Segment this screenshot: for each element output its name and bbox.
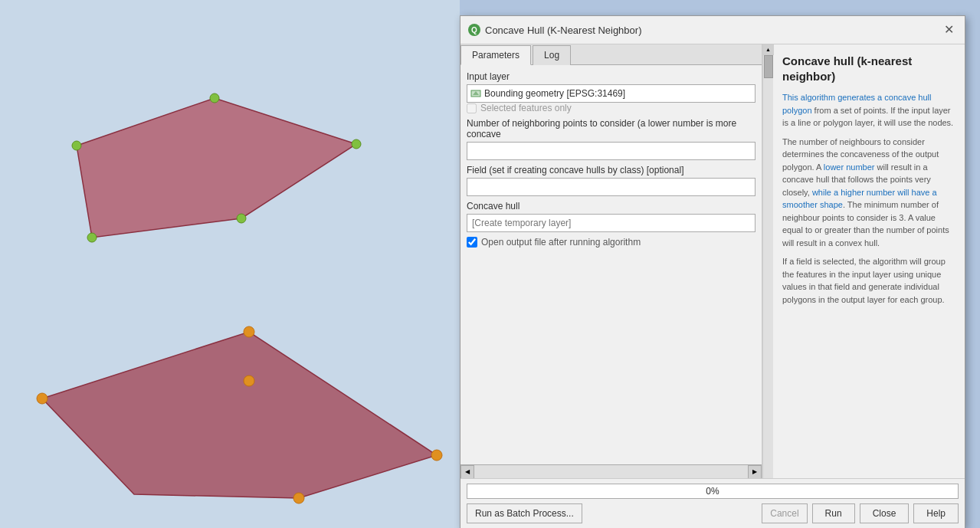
layer-icon [470, 88, 481, 99]
params-content: Input layer Bounding geometry [EPSG:3146… [461, 65, 762, 464]
open-output-label: Open output file after running algorithm [481, 237, 641, 248]
svg-point-11 [431, 450, 442, 461]
dialog-close-button[interactable]: ✕ [941, 22, 957, 38]
neighbors-input[interactable]: 3 [467, 142, 755, 160]
scrollbar-track [488, 467, 734, 477]
dialog-footer: 0% Run as Batch Process... Cancel Run Cl… [461, 478, 965, 528]
help-panel: Concave hull (k-nearest neighbor) This a… [773, 44, 965, 478]
dialog-body: Parameters Log Input layer Bounding geom… [461, 44, 965, 478]
input-layer-field[interactable]: Bounding geometry [EPSG:31469] [467, 84, 755, 103]
help-button[interactable]: Help [913, 503, 959, 523]
input-layer-value: Bounding geometry [EPSG:31469] [484, 88, 625, 99]
cancel-button[interactable]: Cancel [762, 503, 807, 523]
help-title: Concave hull (k-nearest neighbor) [782, 54, 955, 84]
selected-features-checkbox[interactable] [467, 103, 477, 113]
canvas-svg [0, 0, 460, 528]
scroll-left-btn[interactable]: ◀ [461, 465, 474, 479]
field-input[interactable]: abc class [467, 178, 755, 196]
scroll-right-btn[interactable]: ▶ [748, 465, 762, 479]
svg-point-12 [293, 493, 304, 503]
selected-features-row: Selected features only [467, 103, 755, 113]
run-button[interactable]: Run [812, 503, 855, 523]
open-output-checkbox[interactable] [467, 237, 477, 248]
svg-point-2 [72, 141, 81, 150]
qgis-icon: Q [468, 24, 480, 36]
svg-point-3 [210, 93, 219, 103]
scroll-track [763, 55, 774, 478]
horizontal-scrollbar: ◀ ▶ [461, 464, 762, 478]
svg-point-8 [244, 376, 254, 386]
dialog-title-left: Q Concave Hull (K-Nearest Neighbor) [468, 24, 641, 36]
help-para-2: The number of neighbours to consider det… [782, 136, 955, 250]
svg-point-6 [87, 233, 97, 242]
input-layer-label: Input layer [467, 71, 755, 82]
footer-right-buttons: Cancel Run Close Help [762, 503, 959, 523]
dialog: Q Concave Hull (K-Nearest Neighbor) ✕ Pa… [460, 15, 965, 528]
vertical-scrollbar: ▲ [762, 44, 773, 478]
dialog-title: Concave Hull (K-Nearest Neighbor) [485, 25, 641, 36]
close-button[interactable]: Close [860, 503, 910, 523]
field-label: Field (set if creating concave hulls by … [467, 165, 755, 175]
tab-parameters[interactable]: Parameters [461, 45, 531, 65]
map-canvas [0, 0, 460, 528]
left-panel: Parameters Log Input layer Bounding geom… [461, 44, 762, 478]
progress-text: 0% [706, 486, 719, 497]
open-output-row: Open output file after running algorithm [467, 237, 755, 248]
neighbors-label: Number of neighboring points to consider… [467, 118, 755, 139]
scroll-thumb [764, 55, 773, 78]
svg-point-4 [352, 139, 361, 149]
help-para-3: If a field is selected, the algorithm wi… [782, 255, 955, 306]
svg-point-9 [37, 393, 48, 404]
concave-hull-label: Concave hull [467, 201, 755, 212]
svg-point-10 [244, 326, 254, 337]
tab-log[interactable]: Log [533, 45, 571, 65]
progress-bar-container: 0% [467, 484, 959, 499]
scroll-up-btn[interactable]: ▲ [763, 44, 774, 55]
selected-features-label: Selected features only [480, 103, 572, 113]
batch-process-button[interactable]: Run as Batch Process... [467, 503, 582, 523]
dialog-titlebar: Q Concave Hull (K-Nearest Neighbor) ✕ [461, 16, 965, 44]
footer-buttons: Run as Batch Process... Cancel Run Close… [467, 503, 959, 523]
concave-hull-input[interactable] [467, 214, 755, 232]
help-para-1: This algorithm generates a concave hull … [782, 91, 955, 130]
tabs: Parameters Log [461, 44, 762, 65]
svg-point-5 [237, 214, 246, 223]
